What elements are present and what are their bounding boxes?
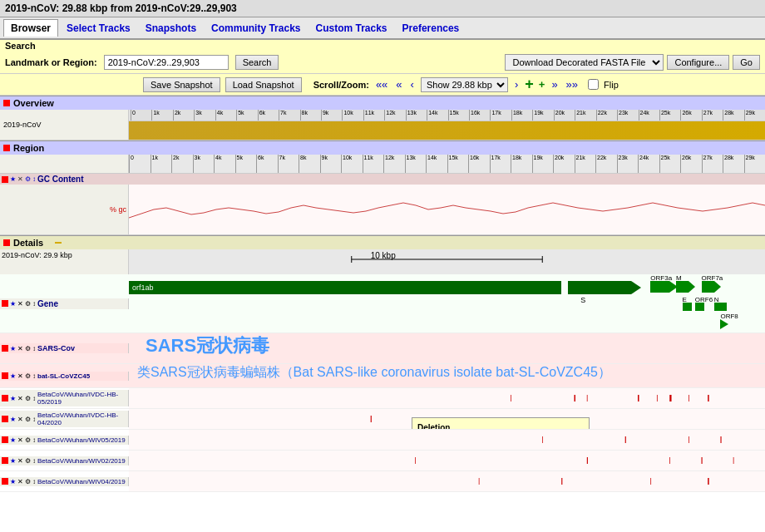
e-gene[interactable] <box>683 303 692 311</box>
gene-config[interactable]: ⚙ <box>25 300 31 308</box>
scale-line <box>129 249 765 274</box>
orf6-gene[interactable] <box>695 303 704 311</box>
beta4-star[interactable]: ★ <box>10 457 16 465</box>
beta2-star[interactable]: ★ <box>10 416 16 423</box>
beta4-move[interactable]: ↕ <box>32 457 36 465</box>
beta4-config[interactable]: ⚙ <box>25 457 31 465</box>
beta5-config[interactable]: ⚙ <box>25 478 31 485</box>
bat-x[interactable]: ✕ <box>17 372 23 380</box>
gene-star[interactable]: ★ <box>10 300 16 308</box>
beta3-x[interactable]: ✕ <box>17 436 23 444</box>
orf1ab-gene[interactable]: orf1ab <box>129 281 561 294</box>
gc-config-icon[interactable]: ⚙ <box>25 175 31 183</box>
gene-move[interactable]: ↕ <box>32 300 36 308</box>
m-gene[interactable] <box>676 281 688 293</box>
gc-x-icon[interactable]: ✕ <box>17 175 23 183</box>
overview-section: Overview 2019-nCoV 0 1k 2k 3k 4k 5k 6k 7… <box>0 96 765 140</box>
scroll-zoom-label: Scroll/Zoom: <box>313 80 369 90</box>
scroll-leftmost[interactable]: «« <box>374 78 389 91</box>
details-ruler-row: 2019-nCoV: 29.9 kbp 10 kbp 0 1k 2k 3k 4k… <box>0 249 765 274</box>
gene-track-content[interactable]: orf1ab S ORF3a M ORF7a <box>129 274 765 332</box>
orf3a-gene[interactable] <box>650 281 669 293</box>
beta1-move[interactable]: ↕ <box>32 395 36 402</box>
beta5-move[interactable]: ↕ <box>32 478 36 485</box>
n-gene[interactable] <box>714 303 727 311</box>
tab-browser[interactable]: Browser <box>3 19 58 37</box>
zoom-in-more[interactable]: + <box>539 78 545 91</box>
search-input[interactable] <box>104 55 229 70</box>
configure-button[interactable]: Configure... <box>667 55 729 70</box>
sars-move[interactable]: ↕ <box>32 345 36 352</box>
details-red-square <box>3 239 10 246</box>
sars-display-text: SARS冠状病毒 <box>129 335 269 356</box>
beta2-move[interactable]: ↕ <box>32 416 36 423</box>
beta3-track-row: ★ ✕ ⚙ ↕ BetaCoV/Wuhan/WIV05/2019 <box>0 430 765 451</box>
tab-select-tracks[interactable]: Select Tracks <box>60 20 137 37</box>
beta4-x[interactable]: ✕ <box>17 457 23 465</box>
scroll-rightmost[interactable]: »» <box>565 78 580 91</box>
gc-move-icon[interactable]: ↕ <box>32 175 36 183</box>
bat-config[interactable]: ⚙ <box>25 372 31 380</box>
beta2-track-content[interactable]: Deletion name: MN908947.3/EPI_ISL_402120… <box>129 409 765 429</box>
scroll-right-more[interactable]: » <box>550 78 559 91</box>
tooltip-title: Deletion <box>417 421 584 429</box>
tab-custom-tracks[interactable]: Custom Tracks <box>308 20 393 37</box>
sars-track-content[interactable]: SARS冠状病毒 <box>129 333 765 363</box>
go-button[interactable]: Go <box>733 55 760 70</box>
sars-x[interactable]: ✕ <box>17 345 23 352</box>
scroll-left[interactable]: ‹ <box>409 78 416 91</box>
search-button[interactable]: Search <box>235 55 279 70</box>
sars-star[interactable]: ★ <box>10 345 16 352</box>
tab-preferences[interactable]: Preferences <box>396 20 466 37</box>
zoom-in[interactable]: + <box>525 76 534 93</box>
gc-star-icon[interactable]: ★ <box>10 175 16 183</box>
beta5-track-content[interactable] <box>129 471 765 491</box>
scroll-left-more[interactable]: « <box>394 78 403 91</box>
scroll-right[interactable]: › <box>513 78 520 91</box>
gene-x[interactable]: ✕ <box>17 300 23 308</box>
tab-snapshots[interactable]: Snapshots <box>139 20 203 37</box>
beta3-config[interactable]: ⚙ <box>25 436 31 444</box>
m-arrow <box>688 281 695 293</box>
beta3-track-left: ★ ✕ ⚙ ↕ BetaCoV/Wuhan/WIV05/2019 <box>0 436 129 445</box>
beta3-svg <box>129 430 765 450</box>
load-snapshot-button[interactable]: Load Snapshot <box>225 77 302 92</box>
beta2-x[interactable]: ✕ <box>17 416 23 423</box>
gc-chart: % gc <box>0 185 765 234</box>
gene-track-name: Gene <box>37 299 58 308</box>
beta4-track-content[interactable] <box>129 451 765 470</box>
beta5-red-square <box>2 478 8 485</box>
flip-checkbox[interactable] <box>588 79 599 90</box>
beta3-move[interactable]: ↕ <box>32 436 36 444</box>
beta5-x[interactable]: ✕ <box>17 478 23 485</box>
details-kbp-label: 2019-nCoV: 29.9 kbp <box>0 249 129 274</box>
beta2-track-row: ★ ✕ ⚙ ↕ BetaCoV/Wuhan/IVDC-HB-04/2020 De… <box>0 409 765 430</box>
overview-red-square <box>3 100 10 106</box>
orf7a-gene[interactable] <box>702 281 714 293</box>
sars-config[interactable]: ⚙ <box>25 345 31 352</box>
tab-community-tracks[interactable]: Community Tracks <box>205 20 307 37</box>
bat-move[interactable]: ↕ <box>32 372 36 380</box>
beta3-star[interactable]: ★ <box>10 436 16 444</box>
bat-star[interactable]: ★ <box>10 372 16 380</box>
beta1-config[interactable]: ⚙ <box>25 395 31 402</box>
download-select[interactable]: Download Decorated FASTA File <box>505 54 664 71</box>
bat-track-content[interactable]: 类SARS冠状病毒蝙蝠株（Bat SARS-like coronavirus i… <box>129 364 765 387</box>
overview-track-bar[interactable] <box>129 121 765 140</box>
bat-display-text: 类SARS冠状病毒蝙蝠株（Bat SARS-like coronavirus i… <box>129 365 611 379</box>
beta1-star[interactable]: ★ <box>10 395 16 402</box>
s-gene[interactable] <box>568 281 632 294</box>
beta5-star[interactable]: ★ <box>10 478 16 485</box>
beta4-svg <box>129 451 765 470</box>
beta1-track-content[interactable] <box>129 388 765 408</box>
s-gene-arrow <box>631 281 641 294</box>
beta4-track-left: ★ ✕ ⚙ ↕ BetaCoV/Wuhan/WIV02/2019 <box>0 456 129 466</box>
beta1-x[interactable]: ✕ <box>17 395 23 402</box>
beta3-track-content[interactable] <box>129 430 765 450</box>
page-title: 2019-nCoV: 29.88 kbp from 2019-nCoV:29..… <box>5 2 237 14</box>
sars-track-left: ★ ✕ ⚙ ↕ SARS-Cov <box>0 343 129 353</box>
gc-y-label: % gc <box>0 185 129 234</box>
save-snapshot-button[interactable]: Save Snapshot <box>143 77 220 92</box>
beta2-config[interactable]: ⚙ <box>25 416 31 423</box>
zoom-select[interactable]: Show 29.88 kbp <box>421 77 508 92</box>
